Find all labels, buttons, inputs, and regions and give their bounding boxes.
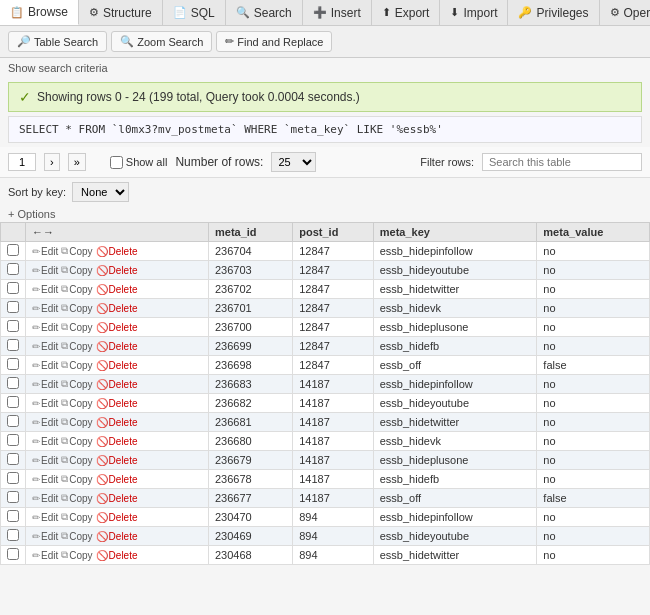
page-number-input[interactable] [8,153,36,171]
table-search-button[interactable]: 🔎 Table Search [8,31,107,52]
find-replace-button[interactable]: ✏ Find and Replace [216,31,332,52]
cell-meta_key: essb_hidetwitter [373,546,537,565]
copy-link[interactable]: Copy [69,341,92,352]
delete-link[interactable]: Delete [109,303,138,314]
copy-link[interactable]: Copy [69,474,92,485]
copy-link[interactable]: Copy [69,512,92,523]
col-meta-id-header[interactable]: meta_id [208,223,292,242]
delete-link[interactable]: Delete [109,474,138,485]
nav-privileges[interactable]: 🔑 Privileges [508,0,599,25]
last-page-button[interactable]: » [68,153,86,171]
edit-link[interactable]: Edit [41,303,58,314]
edit-link[interactable]: Edit [41,246,58,257]
edit-pencil-icon: ✏ [32,303,40,314]
edit-link[interactable]: Edit [41,512,58,523]
row-checkbox[interactable] [7,491,19,503]
row-checkbox[interactable] [7,453,19,465]
row-checkbox[interactable] [7,529,19,541]
copy-link[interactable]: Copy [69,493,92,504]
edit-link[interactable]: Edit [41,341,58,352]
edit-link[interactable]: Edit [41,436,58,447]
copy-link[interactable]: Copy [69,455,92,466]
pagination-bar: › » Show all Number of rows: 25 50 100 2… [0,147,650,178]
delete-link[interactable]: Delete [109,341,138,352]
delete-link[interactable]: Delete [109,512,138,523]
table-row: ✏ Edit ⧉ Copy 🚫 Delete 23667714187essb_o… [1,489,650,508]
row-checkbox[interactable] [7,377,19,389]
row-checkbox[interactable] [7,244,19,256]
edit-link[interactable]: Edit [41,398,58,409]
nav-operations[interactable]: ⚙ Operations [600,0,651,25]
nav-search[interactable]: 🔍 Search [226,0,303,25]
row-checkbox[interactable] [7,301,19,313]
edit-link[interactable]: Edit [41,417,58,428]
delete-link[interactable]: Delete [109,398,138,409]
options-toggle[interactable]: + Options [0,206,650,222]
row-checkbox[interactable] [7,434,19,446]
nav-structure[interactable]: ⚙ Structure [79,0,163,25]
row-checkbox[interactable] [7,396,19,408]
edit-link[interactable]: Edit [41,531,58,542]
row-checkbox[interactable] [7,263,19,275]
delete-link[interactable]: Delete [109,493,138,504]
show-all-checkbox[interactable] [110,156,123,169]
cell-meta_value: no [537,546,650,565]
delete-link[interactable]: Delete [109,284,138,295]
delete-link[interactable]: Delete [109,436,138,447]
delete-icon: 🚫 [96,531,108,542]
edit-link[interactable]: Edit [41,455,58,466]
nav-sql[interactable]: 📄 SQL [163,0,226,25]
sort-key-select[interactable]: None [72,182,129,202]
copy-link[interactable]: Copy [69,417,92,428]
col-meta-key-header[interactable]: meta_key [373,223,537,242]
row-checkbox[interactable] [7,282,19,294]
delete-link[interactable]: Delete [109,360,138,371]
nav-browse[interactable]: 📋 Browse [0,0,79,25]
rows-per-page-select[interactable]: 25 50 100 250 500 [271,152,316,172]
nav-insert[interactable]: ➕ Insert [303,0,372,25]
delete-link[interactable]: Delete [109,531,138,542]
edit-link[interactable]: Edit [41,265,58,276]
delete-link[interactable]: Delete [109,265,138,276]
row-checkbox[interactable] [7,472,19,484]
copy-link[interactable]: Copy [69,265,92,276]
col-meta-value-header[interactable]: meta_value [537,223,650,242]
edit-link[interactable]: Edit [41,322,58,333]
delete-link[interactable]: Delete [109,417,138,428]
zoom-search-button[interactable]: 🔍 Zoom Search [111,31,212,52]
col-post-id-header[interactable]: post_id [293,223,373,242]
row-checkbox[interactable] [7,548,19,560]
delete-link[interactable]: Delete [109,246,138,257]
row-checkbox[interactable] [7,339,19,351]
edit-link[interactable]: Edit [41,493,58,504]
copy-link[interactable]: Copy [69,398,92,409]
edit-link[interactable]: Edit [41,550,58,561]
show-criteria-link[interactable]: Show search criteria [0,58,650,78]
copy-link[interactable]: Copy [69,436,92,447]
row-checkbox[interactable] [7,415,19,427]
copy-link[interactable]: Copy [69,246,92,257]
delete-link[interactable]: Delete [109,455,138,466]
edit-link[interactable]: Edit [41,284,58,295]
copy-link[interactable]: Copy [69,360,92,371]
next-page-button[interactable]: › [44,153,60,171]
delete-link[interactable]: Delete [109,379,138,390]
copy-link[interactable]: Copy [69,550,92,561]
copy-link[interactable]: Copy [69,322,92,333]
nav-import[interactable]: ⬇ Import [440,0,508,25]
delete-link[interactable]: Delete [109,550,138,561]
row-checkbox[interactable] [7,358,19,370]
edit-link[interactable]: Edit [41,379,58,390]
filter-input[interactable] [482,153,642,171]
row-checkbox[interactable] [7,510,19,522]
copy-link[interactable]: Copy [69,284,92,295]
nav-export[interactable]: ⬆ Export [372,0,441,25]
edit-link[interactable]: Edit [41,360,58,371]
row-checkbox[interactable] [7,320,19,332]
copy-link[interactable]: Copy [69,303,92,314]
copy-link[interactable]: Copy [69,531,92,542]
edit-link[interactable]: Edit [41,474,58,485]
copy-link[interactable]: Copy [69,379,92,390]
delete-link[interactable]: Delete [109,322,138,333]
import-icon: ⬇ [450,6,459,19]
